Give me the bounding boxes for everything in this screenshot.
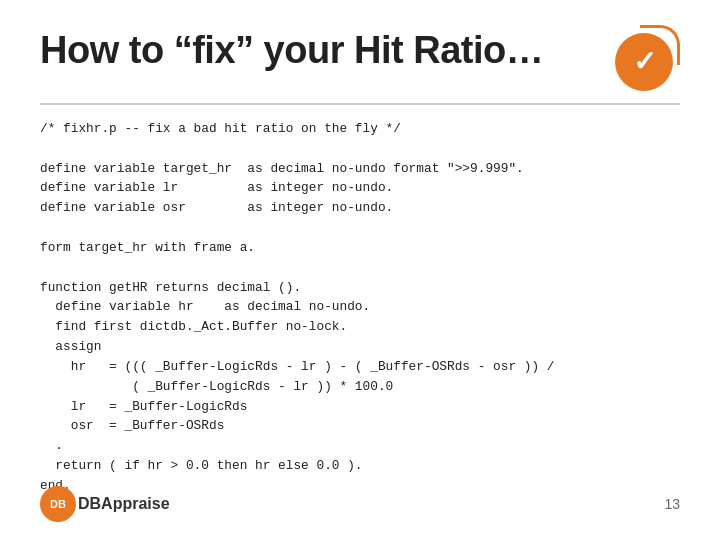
logo-name-text: DBAppraise bbox=[78, 495, 170, 512]
checkmark-icon: ✓ bbox=[633, 48, 656, 76]
logo: DB DBAppraise bbox=[40, 486, 170, 522]
logo-name: DBAppraise bbox=[78, 495, 170, 513]
slide-title: How to “fix” your Hit Ratio… bbox=[40, 30, 543, 72]
header-area: How to “fix” your Hit Ratio… ✓ bbox=[40, 30, 680, 95]
slide-footer: DB DBAppraise 13 bbox=[40, 486, 680, 522]
slide: How to “fix” your Hit Ratio… ✓ /* fixhr.… bbox=[0, 0, 720, 540]
code-content: /* fixhr.p -- fix a bad hit ratio on the… bbox=[40, 119, 680, 496]
title-divider bbox=[40, 103, 680, 105]
page-number: 13 bbox=[664, 496, 680, 512]
logo-icon-text: DB bbox=[50, 498, 66, 510]
checkmark-decoration: ✓ bbox=[610, 25, 680, 95]
logo-icon: DB bbox=[40, 486, 76, 522]
check-circle-icon: ✓ bbox=[615, 33, 673, 91]
